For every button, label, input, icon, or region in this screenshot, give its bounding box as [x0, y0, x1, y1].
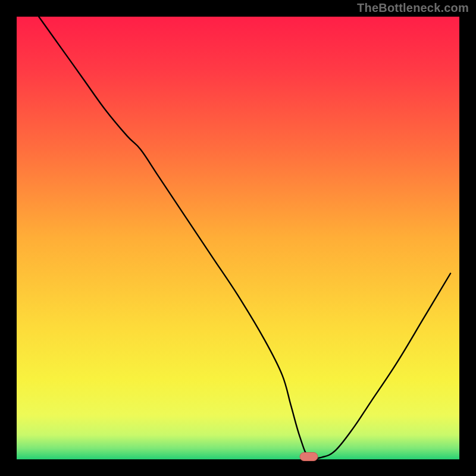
optimal-marker: [300, 453, 318, 461]
plot-area: [17, 17, 459, 459]
chart-stage: TheBottleneck.com: [0, 0, 476, 476]
chart-svg: [0, 0, 476, 476]
watermark-text: TheBottleneck.com: [357, 1, 469, 15]
